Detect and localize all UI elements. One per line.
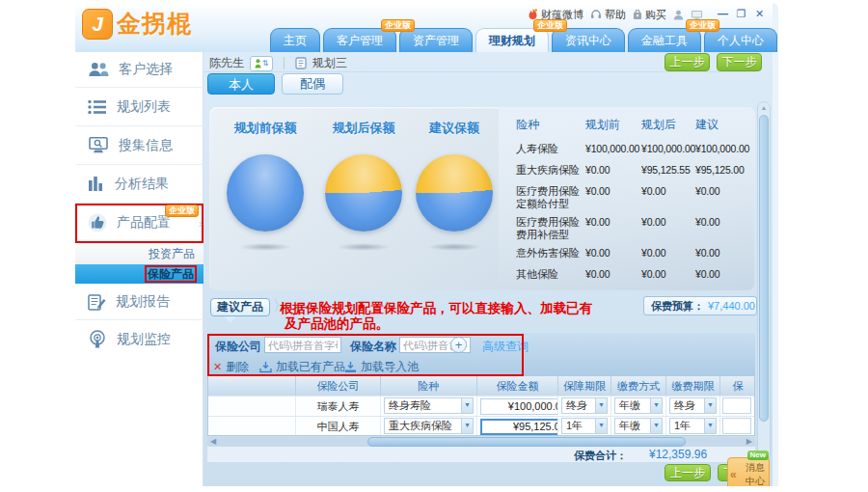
coverage-row: 人寿保险 ¥100,000.00 ¥100,000.00 ¥100,000.00 [503,143,755,164]
tab-news-center[interactable]: 资讯中心企业版 [552,28,625,52]
sidebar-item-client-select[interactable]: 客户选择 [75,52,203,88]
sidebar-item-plan-list[interactable]: 规划列表 [75,88,203,126]
budget-value: ¥7,440.00 [708,300,755,312]
tab-home[interactable]: 主页 [270,28,320,52]
pie-shadow [238,243,292,251]
thumbs-up-icon [88,213,107,232]
client-name: 陈先生 [209,55,244,71]
scroll-right-icon[interactable]: ▶ [746,437,752,447]
enterprise-badge: 企业版 [165,205,199,217]
tab-asset-mgmt[interactable]: 资产管理企业版 [399,28,473,52]
sidebar-item-plan-monitor[interactable]: 规划监控 [75,320,203,359]
tab-personal-center[interactable]: 个人中心企业版 [704,28,777,52]
product-row: 中国人寿 重大疾病保险▼ 1年▼ 年缴▼ 1年▼ [208,416,754,436]
close-button[interactable]: ✕ [752,8,767,21]
delete-button[interactable]: ✕ 删除 [213,359,249,375]
pie-chart-suggest [416,154,493,232]
pay-method-dropdown[interactable]: 年缴▼ [614,397,663,414]
client-switch-button[interactable]: ⇅ [250,56,273,71]
sidebar-item-plan-report[interactable]: 规划报告 [75,284,203,320]
list-icon [88,99,107,115]
total-value: ¥12,359.96 [649,448,707,461]
premium-cell[interactable] [722,397,751,414]
tab-self[interactable]: 本人 [207,73,275,95]
coverage-chart-panel: 规划前保额 规划后保额 建议保额 险种 规划前 规划后 建议 人 [209,107,755,290]
pay-term-dropdown[interactable]: 1年▼ [669,418,717,434]
person-icon [255,59,261,68]
product-table-header: 保险公司 险种 保险金额 保障期限 缴费方式 缴费期限 保 [208,376,754,396]
sidebar-subitem-investment-products[interactable]: 投资产品 [75,243,203,264]
company-cell: 中国人寿 [296,417,381,436]
advanced-search-link[interactable]: 高级查询 [482,339,529,355]
sidebar-subitem-insurance-products[interactable]: 保险产品 [75,264,203,284]
user-icon[interactable] [673,10,684,20]
company-cell: 瑞泰人寿 [296,396,381,416]
coverage-table-header: 险种 规划前 规划后 建议 [503,113,755,143]
amount-input[interactable] [480,398,558,415]
annotation-line2: 及产品池的产品。 [285,315,389,333]
amount-input-focused[interactable] [480,419,558,435]
buy-link[interactable]: 购买 [633,8,666,22]
vertical-scrollbar-thumb[interactable] [759,115,769,422]
scroll-left-icon[interactable]: ◀ [210,437,216,447]
logo-text: 金拐棍 [117,8,192,40]
dropdown-icon: ▼ [650,398,662,413]
horizontal-scrollbar[interactable]: ◀ ▶ [207,437,755,447]
dropdown-icon: ▼ [461,419,473,433]
add-product-button[interactable]: + [450,337,467,353]
pay-method-dropdown[interactable]: 年缴▼ [614,418,663,434]
scroll-up-icon[interactable]: ▲ [758,104,770,111]
prev-step-button[interactable]: 上一步 [665,53,710,71]
load-pool-icon [344,362,357,373]
load-pool-button[interactable]: 加载导入池 [344,359,419,375]
tab-notch [225,316,236,322]
maximize-button[interactable]: ❐ [734,8,748,21]
sidebar-item-product-config[interactable]: 产品配置 企业版 › [75,204,203,243]
term-dropdown[interactable]: 1年▼ [561,418,608,434]
app-logo: J 金拐棍 [82,8,192,40]
window-header: 财蕴微博 帮助 购买 — ❐ ✕ J 金拐棍 主页 客户管理 [75,3,773,52]
vertical-scrollbar[interactable]: ▲ ▼ [757,101,771,460]
message-center-flyout[interactable]: « 消息中心 New [727,457,770,486]
tab-spouse[interactable]: 配偶 [282,73,343,95]
app-window: 财蕴微博 帮助 购买 — ❐ ✕ J 金拐棍 主页 客户管理 [75,3,778,486]
new-badge: New [747,451,769,460]
next-step-button[interactable]: 下一步 [717,53,762,71]
monitor-icon[interactable] [691,10,703,20]
load-existing-button[interactable]: 加载已有产品 [259,359,345,375]
suggest-product-tab[interactable]: 建议产品 [210,298,270,316]
type-dropdown[interactable]: 终身寿险▼ [384,397,474,414]
plan-name: 规划三 [312,55,347,71]
type-dropdown[interactable]: 重大疾病保险▼ [384,418,474,434]
pay-term-dropdown[interactable]: 终身▼ [669,397,717,414]
updown-icon: ⇅ [262,59,269,68]
term-dropdown[interactable]: 终身▼ [561,397,608,414]
sidebar-item-collect-info[interactable]: 搜集信息 [75,126,203,165]
pie-title-after: 规划后保额 [315,120,412,137]
row-selector[interactable] [208,417,296,436]
total-label: 保费合计： [574,449,627,463]
pie-chart-before [227,154,304,232]
dropdown-icon: ▼ [650,419,662,433]
message-center-label[interactable]: 消息中心 [746,461,765,486]
dropdown-icon: ▼ [595,398,607,413]
logo-icon: J [82,9,113,40]
dropdown-icon: ▼ [461,398,473,413]
company-label: 保险公司 [215,339,261,355]
prev-step-button-bottom[interactable]: 上一步 [665,464,711,481]
dropdown-icon: ▼ [595,419,607,433]
sidebar-item-analysis-result[interactable]: 分析结果 [75,165,203,204]
pie-title-before: 规划前保额 [217,120,313,137]
row-selector[interactable] [208,396,296,416]
dropdown-icon: ▼ [704,419,716,433]
premium-cell[interactable] [722,418,751,434]
coverage-row: 意外伤害保险 ¥0.00 ¥0.00 ¥0.00 [503,247,755,268]
coverage-row: 医疗费用保险费用补偿型 ¥0.00 ¥0.00 ¥0.00 [503,216,755,247]
budget-label: 保费预算： [651,299,704,314]
company-input[interactable] [264,337,341,353]
collapse-chevron-icon[interactable]: « [730,468,737,481]
coverage-row: 其他保险 ¥0.00 ¥0.00 ¥0.00 [503,268,755,289]
help-link[interactable]: 帮助 [590,8,626,22]
horizontal-scrollbar-thumb[interactable] [367,437,686,447]
pie-shadow [337,243,391,251]
